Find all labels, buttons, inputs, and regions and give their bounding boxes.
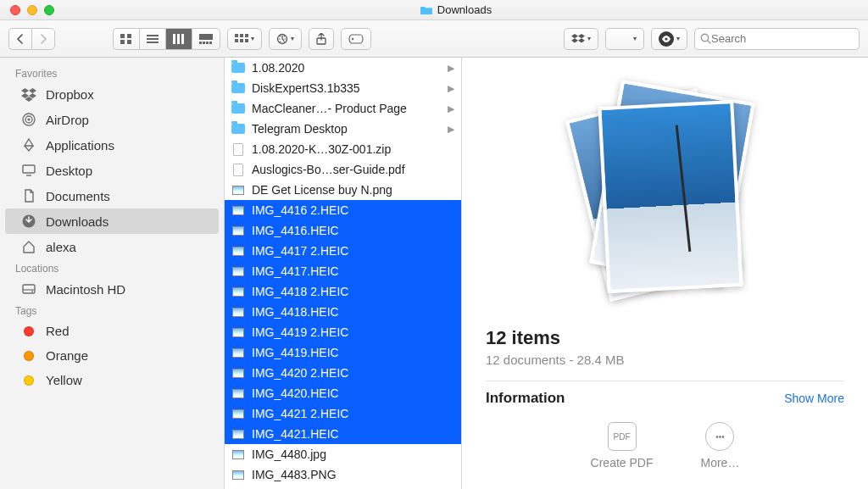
svg-rect-18 bbox=[235, 39, 238, 42]
tag-icon bbox=[20, 351, 37, 361]
empty-dropdown-button[interactable]: ▾ bbox=[605, 28, 644, 50]
sidebar-item-yellow[interactable]: Yellow bbox=[5, 368, 219, 392]
view-gallery-button[interactable] bbox=[192, 28, 220, 50]
apps-icon bbox=[20, 137, 37, 153]
file-row[interactable]: DiskExpertS3.1b335▶ bbox=[225, 78, 461, 98]
folder-icon bbox=[231, 102, 245, 115]
preview-card bbox=[598, 100, 743, 293]
search-input[interactable] bbox=[711, 32, 854, 45]
file-row[interactable]: IMG_4418.HEIC bbox=[225, 302, 461, 322]
show-more-link[interactable]: Show More bbox=[784, 392, 844, 405]
group-by-button[interactable]: ▾ bbox=[227, 28, 262, 50]
file-label: IMG_4420.HEIC bbox=[252, 386, 454, 400]
view-icons-button[interactable] bbox=[113, 28, 139, 50]
main-area: FavoritesDropboxAirDropApplicationsDeskt… bbox=[0, 58, 868, 489]
minimize-window-button[interactable] bbox=[27, 5, 37, 15]
file-row[interactable]: Auslogics-Bo…ser-Guide.pdf bbox=[225, 159, 461, 180]
file-label: IMG_4421.HEIC bbox=[252, 427, 454, 441]
svg-point-23 bbox=[352, 37, 353, 39]
back-button[interactable] bbox=[8, 28, 31, 50]
sidebar-item-label: AirDrop bbox=[46, 113, 89, 127]
file-row[interactable]: MacCleaner…- Product Page▶ bbox=[225, 98, 461, 119]
dropbox-toolbar-button[interactable]: ▾ bbox=[564, 28, 598, 50]
sidebar-item-downloads[interactable]: Downloads bbox=[5, 208, 219, 234]
sidebar-item-alexa[interactable]: alexa bbox=[5, 234, 219, 259]
sidebar-item-label: Orange bbox=[46, 348, 88, 363]
svg-rect-3 bbox=[127, 40, 131, 44]
file-label: IMG_4419.HEIC bbox=[252, 346, 454, 359]
file-row[interactable]: IMG_4480.jpg bbox=[225, 444, 461, 464]
view-list-button[interactable] bbox=[139, 28, 165, 50]
file-row[interactable]: IMG_4416 2.HEIC bbox=[225, 200, 461, 220]
more-actions[interactable]: ••• More… bbox=[701, 422, 740, 470]
file-label: 1.08.2020-K…30Z-001.zip bbox=[252, 142, 454, 156]
file-column[interactable]: 1.08.2020▶DiskExpertS3.1b335▶MacCleaner…… bbox=[225, 58, 462, 489]
file-row[interactable]: 1.08.2020▶ bbox=[225, 58, 461, 78]
share-button[interactable] bbox=[309, 28, 334, 50]
svg-point-29 bbox=[27, 118, 30, 120]
file-row[interactable]: IMG_4419 2.HEIC bbox=[225, 322, 461, 342]
disclosure-arrow-icon: ▶ bbox=[448, 63, 454, 74]
chevron-down-icon: ▾ bbox=[633, 35, 637, 42]
sidebar-item-macintosh-hd[interactable]: Macintosh HD bbox=[5, 276, 219, 302]
image-file-icon bbox=[231, 325, 245, 339]
file-label: IMG_4416.HEIC bbox=[252, 224, 454, 237]
sidebar-item-documents[interactable]: Documents bbox=[5, 183, 219, 208]
file-label: IMG_4421 2.HEIC bbox=[252, 407, 454, 420]
svg-rect-12 bbox=[203, 42, 205, 44]
preview-thumbnail-stack[interactable] bbox=[581, 78, 750, 307]
sidebar-item-applications[interactable]: Applications bbox=[5, 132, 219, 158]
file-row[interactable]: Telegram Desktop▶ bbox=[225, 119, 461, 139]
info-header-row: Information Show More bbox=[486, 390, 844, 407]
file-label: IMG_4480.jpg bbox=[252, 447, 454, 461]
file-label: Telegram Desktop bbox=[252, 122, 441, 136]
sidebar-item-label: Red bbox=[46, 324, 70, 338]
sidebar-item-label: Macintosh HD bbox=[46, 282, 125, 297]
file-label: IMG_4417 2.HEIC bbox=[252, 244, 454, 258]
chevron-down-icon: ▾ bbox=[291, 35, 294, 42]
svg-rect-9 bbox=[181, 34, 184, 44]
action-label: More… bbox=[701, 456, 740, 470]
svg-rect-33 bbox=[23, 285, 35, 293]
svg-rect-19 bbox=[240, 39, 243, 42]
sidebar-item-desktop[interactable]: Desktop bbox=[5, 158, 219, 183]
sidebar-item-orange[interactable]: Orange bbox=[5, 343, 219, 368]
search-field[interactable] bbox=[694, 28, 860, 50]
file-row[interactable]: IMG_4418 2.HEIC bbox=[225, 281, 461, 302]
svg-rect-6 bbox=[147, 42, 159, 43]
tags-button[interactable] bbox=[341, 28, 371, 50]
sidebar-item-dropbox[interactable]: Dropbox bbox=[5, 81, 219, 107]
file-label: IMG_4419 2.HEIC bbox=[252, 325, 454, 339]
quick-actions: PDF Create PDF ••• More… bbox=[591, 422, 740, 470]
sidebar-item-label: Yellow bbox=[46, 373, 82, 387]
disk-icon bbox=[20, 281, 37, 297]
file-row[interactable]: IMG_4420 2.HEIC bbox=[225, 363, 461, 383]
file-row[interactable]: IMG_4421.HEIC bbox=[225, 424, 461, 444]
action-menu-button[interactable]: ▾ bbox=[269, 28, 302, 50]
image-file-icon bbox=[231, 183, 245, 197]
svg-rect-8 bbox=[177, 34, 180, 44]
file-row[interactable]: IMG_4417 2.HEIC bbox=[225, 241, 461, 261]
forward-button[interactable] bbox=[31, 28, 55, 50]
file-row[interactable]: IMG_4419.HEIC bbox=[225, 342, 461, 363]
close-window-button[interactable] bbox=[10, 5, 20, 15]
sidebar-item-red[interactable]: Red bbox=[5, 319, 219, 343]
quicklook-dropdown-button[interactable]: ▾ bbox=[651, 28, 687, 50]
file-row[interactable]: IMG_4420.HEIC bbox=[225, 383, 461, 403]
image-file-icon bbox=[231, 468, 245, 481]
file-row[interactable]: IMG_4421 2.HEIC bbox=[225, 403, 461, 424]
create-pdf-action[interactable]: PDF Create PDF bbox=[591, 422, 654, 470]
svg-rect-17 bbox=[245, 34, 248, 37]
file-row[interactable]: IMG_4416.HEIC bbox=[225, 220, 461, 241]
file-row[interactable]: 1.08.2020-K…30Z-001.zip bbox=[225, 139, 461, 159]
folder-icon bbox=[420, 5, 432, 14]
file-icon bbox=[231, 163, 245, 176]
view-columns-button[interactable] bbox=[165, 28, 192, 50]
svg-point-24 bbox=[665, 37, 667, 40]
file-row[interactable]: IMG_4417.HEIC bbox=[225, 261, 461, 281]
maximize-window-button[interactable] bbox=[44, 5, 54, 15]
file-icon bbox=[231, 142, 245, 156]
file-row[interactable]: DE Get License buy N.png bbox=[225, 180, 461, 200]
file-row[interactable]: IMG_4483.PNG bbox=[225, 464, 461, 485]
sidebar-item-airdrop[interactable]: AirDrop bbox=[5, 107, 219, 132]
